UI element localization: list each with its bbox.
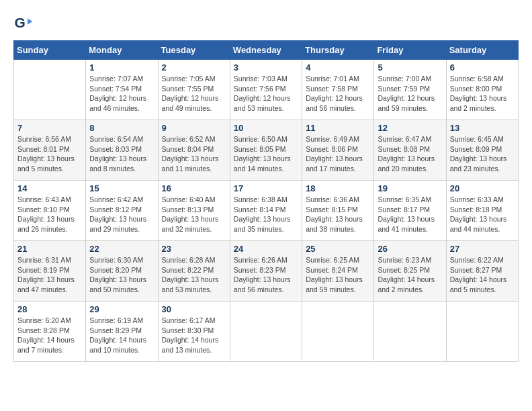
- week-row-3: 14Sunrise: 6:43 AM Sunset: 8:10 PM Dayli…: [14, 181, 519, 241]
- day-info: Sunrise: 6:20 AM Sunset: 8:28 PM Dayligh…: [17, 316, 82, 355]
- day-info: Sunrise: 6:42 AM Sunset: 8:12 PM Dayligh…: [89, 195, 154, 234]
- calendar-table: SundayMondayTuesdayWednesdayThursdayFrid…: [13, 40, 519, 362]
- day-number: 12: [378, 123, 442, 133]
- week-row-4: 21Sunrise: 6:31 AM Sunset: 8:19 PM Dayli…: [14, 241, 519, 302]
- day-info: Sunrise: 6:28 AM Sunset: 8:22 PM Dayligh…: [162, 255, 226, 295]
- svg-text:G: G: [15, 15, 26, 30]
- calendar-cell: 2Sunrise: 7:05 AM Sunset: 7:55 PM Daylig…: [158, 60, 230, 120]
- day-header-thursday: Thursday: [302, 41, 374, 60]
- calendar-cell: 23Sunrise: 6:28 AM Sunset: 8:22 PM Dayli…: [158, 241, 230, 302]
- calendar-cell: [446, 302, 518, 362]
- day-info: Sunrise: 6:22 AM Sunset: 8:27 PM Dayligh…: [450, 255, 515, 295]
- day-number: 26: [378, 244, 442, 254]
- day-header-saturday: Saturday: [446, 41, 518, 60]
- day-info: Sunrise: 6:19 AM Sunset: 8:29 PM Dayligh…: [89, 316, 154, 355]
- calendar-cell: 11Sunrise: 6:49 AM Sunset: 8:06 PM Dayli…: [302, 120, 374, 181]
- day-number: 24: [234, 244, 298, 254]
- calendar-cell: [14, 60, 86, 120]
- calendar-cell: 4Sunrise: 7:01 AM Sunset: 7:58 PM Daylig…: [302, 60, 374, 120]
- calendar-cell: 19Sunrise: 6:35 AM Sunset: 8:17 PM Dayli…: [374, 181, 446, 241]
- day-info: Sunrise: 6:35 AM Sunset: 8:17 PM Dayligh…: [378, 195, 442, 234]
- day-header-wednesday: Wednesday: [230, 41, 302, 60]
- calendar-cell: 7Sunrise: 6:56 AM Sunset: 8:01 PM Daylig…: [14, 120, 86, 181]
- day-number: 9: [162, 123, 226, 133]
- day-info: Sunrise: 6:33 AM Sunset: 8:18 PM Dayligh…: [450, 195, 515, 234]
- day-info: Sunrise: 6:31 AM Sunset: 8:19 PM Dayligh…: [17, 255, 82, 295]
- calendar-cell: 13Sunrise: 6:45 AM Sunset: 8:09 PM Dayli…: [446, 120, 518, 181]
- header-row: SundayMondayTuesdayWednesdayThursdayFrid…: [14, 41, 519, 60]
- day-number: 21: [17, 244, 82, 254]
- day-number: 16: [162, 183, 226, 193]
- calendar-cell: 24Sunrise: 6:26 AM Sunset: 8:23 PM Dayli…: [230, 241, 302, 302]
- day-info: Sunrise: 6:38 AM Sunset: 8:14 PM Dayligh…: [234, 195, 298, 234]
- day-info: Sunrise: 7:07 AM Sunset: 7:54 PM Dayligh…: [89, 74, 154, 113]
- day-number: 15: [89, 183, 154, 193]
- day-number: 19: [378, 183, 442, 193]
- day-number: 4: [306, 62, 370, 73]
- calendar-cell: 21Sunrise: 6:31 AM Sunset: 8:19 PM Dayli…: [14, 241, 86, 302]
- day-header-monday: Monday: [86, 41, 158, 60]
- day-number: 29: [89, 304, 154, 314]
- day-info: Sunrise: 6:54 AM Sunset: 8:03 PM Dayligh…: [89, 134, 154, 174]
- calendar-cell: 17Sunrise: 6:38 AM Sunset: 8:14 PM Dayli…: [230, 181, 302, 241]
- day-info: Sunrise: 6:40 AM Sunset: 8:13 PM Dayligh…: [162, 195, 226, 234]
- day-number: 2: [162, 62, 226, 73]
- calendar-cell: 22Sunrise: 6:30 AM Sunset: 8:20 PM Dayli…: [86, 241, 158, 302]
- week-row-2: 7Sunrise: 6:56 AM Sunset: 8:01 PM Daylig…: [14, 120, 519, 181]
- day-number: 8: [89, 123, 154, 133]
- calendar-cell: 1Sunrise: 7:07 AM Sunset: 7:54 PM Daylig…: [86, 60, 158, 120]
- day-number: 10: [234, 123, 298, 133]
- day-info: Sunrise: 6:50 AM Sunset: 8:05 PM Dayligh…: [234, 134, 298, 174]
- week-row-1: 1Sunrise: 7:07 AM Sunset: 7:54 PM Daylig…: [14, 60, 519, 120]
- day-number: 30: [162, 304, 226, 314]
- day-number: 6: [450, 62, 515, 73]
- svg-marker-1: [28, 19, 33, 25]
- calendar-cell: 20Sunrise: 6:33 AM Sunset: 8:18 PM Dayli…: [446, 181, 518, 241]
- day-number: 11: [306, 123, 370, 133]
- calendar-cell: 30Sunrise: 6:17 AM Sunset: 8:30 PM Dayli…: [158, 302, 230, 362]
- day-info: Sunrise: 6:43 AM Sunset: 8:10 PM Dayligh…: [17, 195, 82, 234]
- day-number: 3: [234, 62, 298, 73]
- calendar-cell: 12Sunrise: 6:47 AM Sunset: 8:08 PM Dayli…: [374, 120, 446, 181]
- day-header-tuesday: Tuesday: [158, 41, 230, 60]
- day-number: 27: [450, 244, 515, 254]
- day-number: 13: [450, 123, 515, 133]
- calendar-cell: [230, 302, 302, 362]
- calendar-cell: 27Sunrise: 6:22 AM Sunset: 8:27 PM Dayli…: [446, 241, 518, 302]
- day-info: Sunrise: 6:17 AM Sunset: 8:30 PM Dayligh…: [162, 316, 226, 355]
- day-number: 14: [17, 183, 82, 193]
- day-number: 23: [162, 244, 226, 254]
- day-number: 25: [306, 244, 370, 254]
- day-number: 28: [17, 304, 82, 314]
- day-header-friday: Friday: [374, 41, 446, 60]
- logo-icon: G: [13, 13, 34, 34]
- day-info: Sunrise: 6:26 AM Sunset: 8:23 PM Dayligh…: [234, 255, 298, 295]
- logo: G: [13, 13, 36, 34]
- calendar-cell: 15Sunrise: 6:42 AM Sunset: 8:12 PM Dayli…: [86, 181, 158, 241]
- day-number: 20: [450, 183, 515, 193]
- calendar-cell: 6Sunrise: 6:58 AM Sunset: 8:00 PM Daylig…: [446, 60, 518, 120]
- day-info: Sunrise: 7:03 AM Sunset: 7:56 PM Dayligh…: [234, 74, 298, 113]
- day-number: 1: [89, 62, 154, 73]
- calendar-cell: 14Sunrise: 6:43 AM Sunset: 8:10 PM Dayli…: [14, 181, 86, 241]
- day-info: Sunrise: 6:49 AM Sunset: 8:06 PM Dayligh…: [306, 134, 370, 174]
- calendar-cell: 18Sunrise: 6:36 AM Sunset: 8:15 PM Dayli…: [302, 181, 374, 241]
- calendar-cell: [374, 302, 446, 362]
- day-number: 7: [17, 123, 82, 133]
- week-row-5: 28Sunrise: 6:20 AM Sunset: 8:28 PM Dayli…: [14, 302, 519, 362]
- calendar-cell: 25Sunrise: 6:25 AM Sunset: 8:24 PM Dayli…: [302, 241, 374, 302]
- calendar-cell: 8Sunrise: 6:54 AM Sunset: 8:03 PM Daylig…: [86, 120, 158, 181]
- day-info: Sunrise: 7:01 AM Sunset: 7:58 PM Dayligh…: [306, 74, 370, 113]
- day-number: 17: [234, 183, 298, 193]
- header: G: [13, 13, 519, 34]
- day-info: Sunrise: 6:47 AM Sunset: 8:08 PM Dayligh…: [378, 134, 442, 174]
- day-header-sunday: Sunday: [14, 41, 86, 60]
- day-info: Sunrise: 6:36 AM Sunset: 8:15 PM Dayligh…: [306, 195, 370, 234]
- calendar-cell: 5Sunrise: 7:00 AM Sunset: 7:59 PM Daylig…: [374, 60, 446, 120]
- day-info: Sunrise: 6:23 AM Sunset: 8:25 PM Dayligh…: [378, 255, 442, 295]
- day-info: Sunrise: 6:56 AM Sunset: 8:01 PM Dayligh…: [17, 134, 82, 174]
- day-info: Sunrise: 7:00 AM Sunset: 7:59 PM Dayligh…: [378, 74, 442, 113]
- day-info: Sunrise: 6:52 AM Sunset: 8:04 PM Dayligh…: [162, 134, 226, 174]
- day-info: Sunrise: 6:25 AM Sunset: 8:24 PM Dayligh…: [306, 255, 370, 295]
- calendar-cell: 16Sunrise: 6:40 AM Sunset: 8:13 PM Dayli…: [158, 181, 230, 241]
